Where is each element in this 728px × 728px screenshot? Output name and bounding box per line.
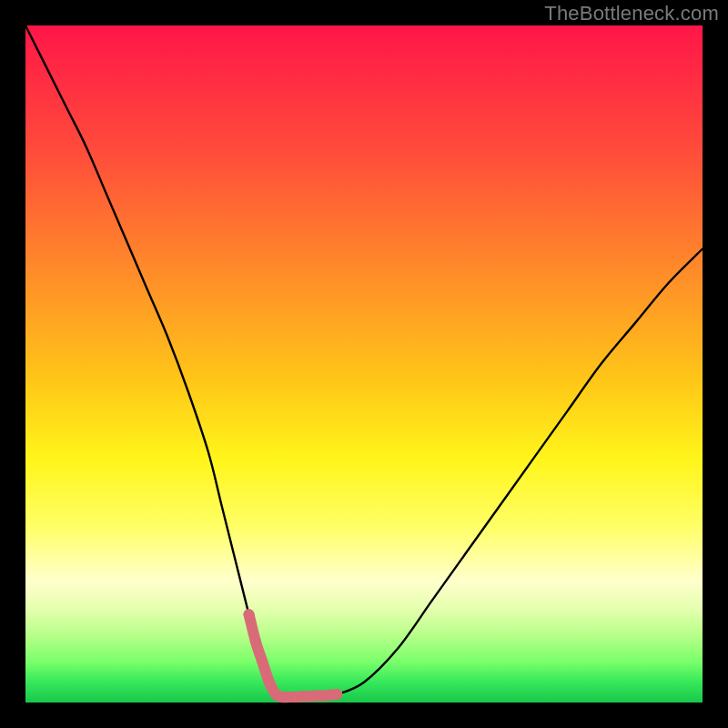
chart-svg [25,25,703,703]
highlight-dot [250,636,261,647]
bottom-highlight [244,609,343,703]
bottleneck-curve [25,25,703,697]
highlight-stroke [249,614,338,697]
chart-frame: TheBottleneck.com [0,0,728,728]
highlight-dot [244,609,255,620]
plot-area [25,25,703,703]
highlight-dot [331,689,342,700]
watermark-text: TheBottleneck.com [544,2,719,25]
highlight-dot [264,677,275,688]
highlight-dot [257,656,268,667]
